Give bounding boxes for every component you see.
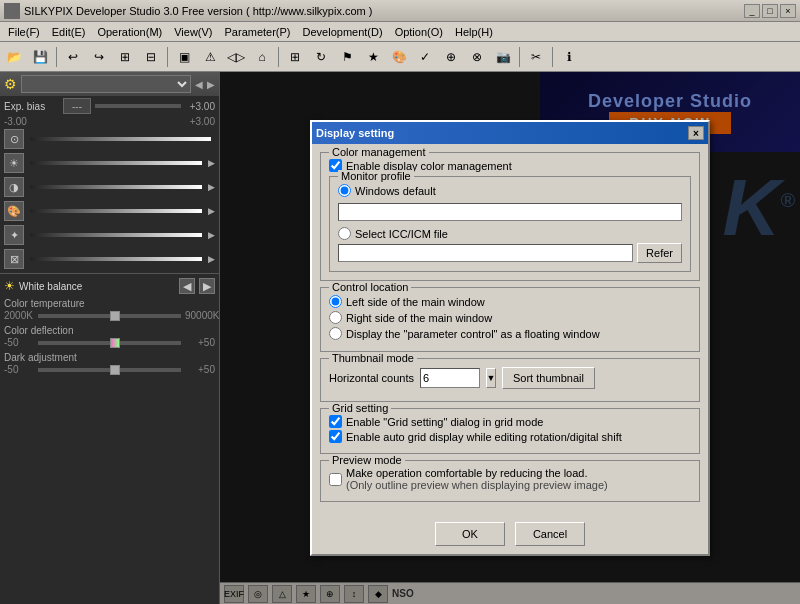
dialog-close-button[interactable]: × bbox=[688, 126, 704, 140]
panel-header-select[interactable] bbox=[21, 75, 191, 93]
preview-mode-row: Make operation comfortable by reducing t… bbox=[329, 467, 691, 491]
menu-bar: File(F) Edit(E) Operation(M) View(V) Par… bbox=[0, 22, 800, 42]
tb-home[interactable]: ⌂ bbox=[250, 45, 274, 69]
grid-enable-checkbox[interactable] bbox=[329, 415, 342, 428]
dialog-body: Color management Enable display color ma… bbox=[312, 144, 708, 516]
tb-flag[interactable]: ⚑ bbox=[335, 45, 359, 69]
exp-bias-range: -3.00 +3.00 bbox=[0, 116, 219, 127]
tool-arrow-4[interactable]: ▶ bbox=[208, 230, 215, 240]
windows-default-label: Windows default bbox=[355, 185, 436, 197]
tb-view1[interactable]: ▣ bbox=[172, 45, 196, 69]
color-deflection-track[interactable] bbox=[38, 341, 181, 345]
section-divider-1 bbox=[0, 273, 219, 274]
control-floating-label: Display the "parameter control" as a flo… bbox=[346, 328, 600, 340]
tb-export[interactable]: ⊕ bbox=[439, 45, 463, 69]
color-deflection-thumb[interactable] bbox=[110, 338, 120, 348]
menu-file[interactable]: File(F) bbox=[2, 24, 46, 40]
count-dropdown-arrow[interactable]: ▼ bbox=[486, 368, 496, 388]
tb-grid2[interactable]: ⊟ bbox=[139, 45, 163, 69]
tool-row-3: ◑ ▶ bbox=[0, 175, 219, 199]
monitor-profile-group: Monitor profile Windows default sRGB IEC… bbox=[329, 176, 691, 272]
tb-check[interactable]: ✓ bbox=[413, 45, 437, 69]
maximize-btn[interactable]: □ bbox=[762, 4, 778, 18]
minimize-btn[interactable]: _ bbox=[744, 4, 760, 18]
exp-bias-row: Exp. bias --- +3.00 bbox=[0, 96, 219, 116]
tb-rotate[interactable]: ↻ bbox=[309, 45, 333, 69]
control-left-row: Left side of the main window bbox=[329, 295, 691, 308]
toolbar: 📂 💾 ↩ ↪ ⊞ ⊟ ▣ ⚠ ◁▷ ⌂ ⊞ ↻ ⚑ ★ 🎨 ✓ ⊕ ⊗ 📷 ✂… bbox=[0, 42, 800, 72]
tb-grid3[interactable]: ⊞ bbox=[283, 45, 307, 69]
tb-redo[interactable]: ↪ bbox=[87, 45, 111, 69]
tb-undo[interactable]: ↩ bbox=[61, 45, 85, 69]
menu-help[interactable]: Help(H) bbox=[449, 24, 499, 40]
thumbnail-mode-group: Thumbnail mode Horizontal counts 6 4 5 7… bbox=[320, 358, 700, 402]
tb-star[interactable]: ★ bbox=[361, 45, 385, 69]
tool-sharpen-icon[interactable]: ✦ bbox=[4, 225, 24, 245]
white-balance-label: White balance bbox=[19, 281, 82, 292]
app-title: SILKYPIX Developer Studio 3.0 Free versi… bbox=[24, 5, 744, 17]
control-floating-radio[interactable] bbox=[329, 327, 342, 340]
select-icc-radio[interactable] bbox=[338, 227, 351, 240]
tool-noise-icon[interactable]: ⊠ bbox=[4, 249, 24, 269]
tool-exposure-icon[interactable]: ☀ bbox=[4, 153, 24, 173]
srgb-value-input[interactable]: sRGB IEC61966-2.1 bbox=[338, 203, 682, 221]
dark-adjustment-track[interactable] bbox=[38, 368, 181, 372]
tool-arrow[interactable]: ▶ bbox=[208, 158, 215, 168]
tb-info[interactable]: ℹ bbox=[557, 45, 581, 69]
horizontal-count-select[interactable]: 6 4 5 7 8 bbox=[420, 368, 480, 388]
color-temp-track[interactable] bbox=[38, 314, 181, 318]
tool-arrow-2[interactable]: ▶ bbox=[208, 182, 215, 192]
dialog-overlay: Display setting × Color management Enabl… bbox=[220, 72, 800, 604]
tb-warn[interactable]: ⚠ bbox=[198, 45, 222, 69]
tb-folder-open[interactable]: 📂 bbox=[2, 45, 26, 69]
exp-bias-track[interactable] bbox=[95, 104, 181, 108]
cancel-button[interactable]: Cancel bbox=[515, 522, 585, 546]
grid-auto-checkbox[interactable] bbox=[329, 430, 342, 443]
dark-adjustment-max: +50 bbox=[185, 364, 215, 375]
color-management-label: Color management bbox=[329, 146, 429, 158]
tb-grid1[interactable]: ⊞ bbox=[113, 45, 137, 69]
tool-wb-icon[interactable]: ⊙ bbox=[4, 129, 24, 149]
menu-development[interactable]: Development(D) bbox=[297, 24, 389, 40]
icc-file-input[interactable] bbox=[338, 244, 633, 262]
dialog-footer: OK Cancel bbox=[312, 516, 708, 554]
panel-arrow-left[interactable]: ◀ bbox=[195, 79, 203, 90]
exp-bias-max: +3.00 bbox=[185, 101, 215, 112]
control-left-radio[interactable] bbox=[329, 295, 342, 308]
tool-row-2: ☀ ▶ bbox=[0, 151, 219, 175]
panel-arrow-right[interactable]: ▶ bbox=[207, 79, 215, 90]
tool-contrast-icon[interactable]: ◑ bbox=[4, 177, 24, 197]
close-btn[interactable]: × bbox=[780, 4, 796, 18]
preview-mode-group: Preview mode Make operation comfortable … bbox=[320, 460, 700, 502]
color-temp-min: 2000K bbox=[4, 310, 34, 321]
tool-arrow-5[interactable]: ▶ bbox=[208, 254, 215, 264]
color-temp-thumb[interactable] bbox=[110, 311, 120, 321]
tool-slider-4 bbox=[30, 209, 202, 213]
refer-row: Refer bbox=[338, 243, 682, 263]
preview-mode-checkbox[interactable] bbox=[329, 473, 342, 486]
refer-button[interactable]: Refer bbox=[637, 243, 682, 263]
dark-adjustment-thumb[interactable] bbox=[110, 365, 120, 375]
main-layout: ⚙ ◀ ▶ Exp. bias --- +3.00 -3.00 +3.00 ⊙ … bbox=[0, 72, 800, 604]
tb-save[interactable]: 💾 bbox=[28, 45, 52, 69]
tb-nav[interactable]: ◁▷ bbox=[224, 45, 248, 69]
tool-arrow-3[interactable]: ▶ bbox=[208, 206, 215, 216]
ok-button[interactable]: OK bbox=[435, 522, 505, 546]
windows-default-radio[interactable] bbox=[338, 184, 351, 197]
sort-thumbnail-button[interactable]: Sort thumbnail bbox=[502, 367, 595, 389]
tool-row-6: ⊠ ▶ bbox=[0, 247, 219, 271]
tb-batch[interactable]: ⊗ bbox=[465, 45, 489, 69]
menu-parameter[interactable]: Parameter(P) bbox=[219, 24, 297, 40]
menu-view[interactable]: View(V) bbox=[168, 24, 218, 40]
control-right-radio[interactable] bbox=[329, 311, 342, 324]
menu-option[interactable]: Option(O) bbox=[389, 24, 449, 40]
wb-next-icon[interactable]: ▶ bbox=[199, 278, 215, 294]
tb-color[interactable]: 🎨 bbox=[387, 45, 411, 69]
dark-adjustment-min: -50 bbox=[4, 364, 34, 375]
menu-edit[interactable]: Edit(E) bbox=[46, 24, 92, 40]
tb-camera[interactable]: 📷 bbox=[491, 45, 515, 69]
tool-color-icon[interactable]: 🎨 bbox=[4, 201, 24, 221]
wb-prev-icon[interactable]: ◀ bbox=[179, 278, 195, 294]
menu-operation[interactable]: Operation(M) bbox=[91, 24, 168, 40]
tb-crop[interactable]: ✂ bbox=[524, 45, 548, 69]
